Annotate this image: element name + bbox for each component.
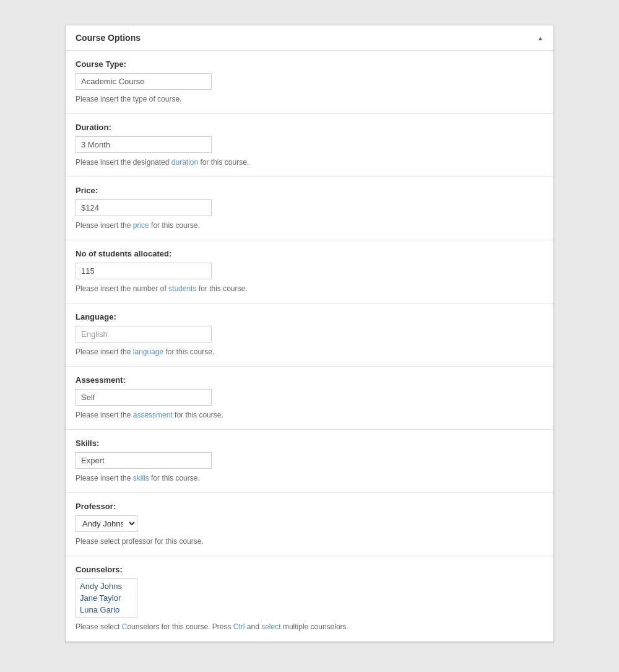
counselors-hint-c: C <box>122 622 128 631</box>
course-type-hint: Please insert the type of course. <box>76 95 543 103</box>
panel-body: Course Type: Please insert the type of c… <box>66 51 553 642</box>
panel-header: Course Options ▲ <box>66 25 553 51</box>
skills-hint-highlight: skills <box>133 474 149 482</box>
collapse-icon[interactable]: ▲ <box>537 35 543 41</box>
students-label: No of students allocated: <box>76 249 543 258</box>
counselor-option-luna[interactable]: Luna Gario <box>76 604 137 616</box>
price-hint: Please insert the price for this course. <box>76 221 543 230</box>
professor-section: Professor: Andy Johns Jane Taylor Luna G… <box>66 493 553 556</box>
course-type-label: Course Type: <box>76 59 543 69</box>
professor-select[interactable]: Andy Johns Jane Taylor Luna Gario <box>76 515 137 532</box>
language-input[interactable] <box>76 326 212 343</box>
counselors-hint-select: select <box>261 622 280 631</box>
duration-hint-highlight: duration <box>171 158 198 167</box>
assessment-hint: Please insert the assessment for this co… <box>76 411 543 419</box>
course-type-section: Course Type: Please insert the type of c… <box>66 51 553 114</box>
duration-hint: Please insert the designated duration fo… <box>76 158 543 167</box>
price-label: Price: <box>76 186 543 195</box>
course-type-input[interactable] <box>76 73 212 90</box>
panel-title: Course Options <box>76 33 141 43</box>
skills-section: Skills: Please insert the skills for thi… <box>66 430 553 493</box>
students-hint-highlight: students <box>168 284 196 293</box>
assessment-section: Assessment: Please insert the assessment… <box>66 367 553 430</box>
language-hint: Please insert the language for this cour… <box>76 347 543 356</box>
duration-input[interactable] <box>76 136 212 153</box>
students-input[interactable] <box>76 263 212 279</box>
counselor-option-jane[interactable]: Jane Taylor <box>76 592 137 604</box>
counselor-option-andy[interactable]: Andy Johns <box>76 580 137 592</box>
price-input[interactable] <box>76 199 212 216</box>
language-hint-highlight: language <box>133 347 163 356</box>
duration-section: Duration: Please insert the designated d… <box>66 114 553 177</box>
professor-hint: Please select professor for this course. <box>76 537 543 546</box>
counselors-select[interactable]: Andy Johns Jane Taylor Luna Gario <box>76 578 137 617</box>
counselors-label: Counselors: <box>76 565 543 574</box>
duration-label: Duration: <box>76 123 543 132</box>
students-hint: Please insert the number of students for… <box>76 284 543 293</box>
language-label: Language: <box>76 312 543 321</box>
professor-label: Professor: <box>76 502 543 511</box>
price-section: Price: Please insert the price for this … <box>66 177 553 240</box>
students-section: No of students allocated: Please insert … <box>66 240 553 303</box>
assessment-hint-highlight: assessment <box>133 411 173 419</box>
skills-label: Skills: <box>76 439 543 448</box>
skills-input[interactable] <box>76 452 212 469</box>
course-options-panel: Course Options ▲ Course Type: Please ins… <box>65 25 554 642</box>
skills-hint: Please insert the skills for this course… <box>76 474 543 482</box>
counselors-section: Counselors: Andy Johns Jane Taylor Luna … <box>66 556 553 642</box>
price-hint-highlight: price <box>133 221 149 230</box>
counselors-hint: Please select Counselors for this course… <box>76 622 543 631</box>
counselors-hint-ctrl: Ctrl <box>233 622 245 631</box>
counselors-hint-and: and <box>247 622 259 631</box>
language-section: Language: Please insert the language for… <box>66 303 553 367</box>
assessment-input[interactable] <box>76 389 212 406</box>
assessment-label: Assessment: <box>76 375 543 385</box>
